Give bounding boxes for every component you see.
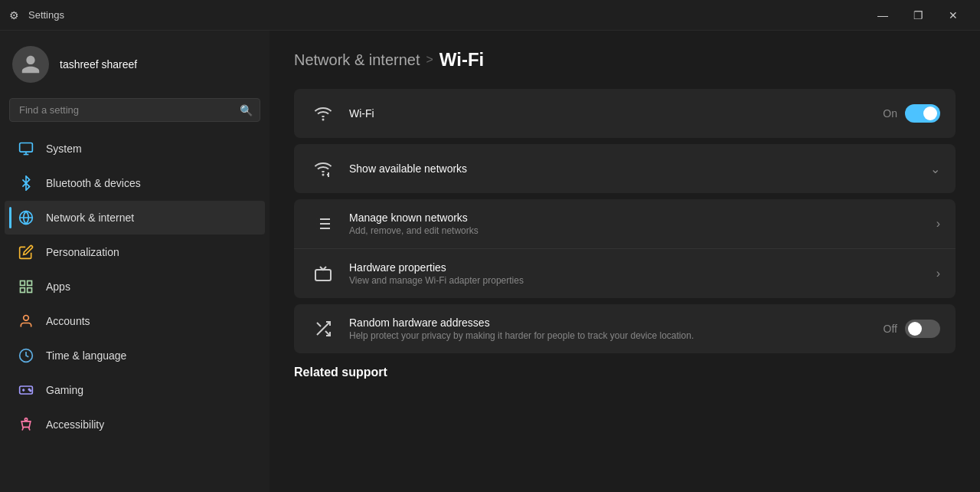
wifi-action: On [883, 104, 940, 123]
sidebar-item-apps[interactable]: Apps [5, 270, 265, 303]
wifi-toggle[interactable] [905, 104, 940, 123]
manage-networks-row[interactable]: Manage known networks Add, remove, and e… [294, 199, 956, 249]
wifi-toggle-knob [923, 107, 937, 120]
hardware-props-desc: View and manage Wi-Fi adapter properties [349, 275, 924, 286]
time-icon [17, 346, 35, 365]
bluetooth-icon [17, 174, 35, 192]
minimize-button[interactable]: — [865, 3, 900, 28]
random-hw-card: Random hardware addresses Help protect y… [294, 304, 956, 353]
manage-networks-text: Manage known networks Add, remove, and e… [349, 212, 924, 236]
wifi-row[interactable]: Wi-Fi On [294, 89, 956, 138]
svg-rect-6 [28, 288, 32, 293]
random-hw-title: Random hardware addresses [349, 317, 871, 329]
main-content: Network & internet > Wi-Fi Wi-Fi On [270, 31, 980, 492]
sidebar: tashreef shareef 🔍 System Bluetooth & de… [0, 31, 270, 492]
manage-networks-desc: Add, remove, and edit networks [349, 225, 924, 236]
hardware-props-title: Hardware properties [349, 261, 924, 274]
svg-point-8 [24, 316, 29, 321]
sidebar-item-personalization[interactable]: Personalization [5, 235, 265, 269]
breadcrumb-parent[interactable]: Network & internet [294, 51, 420, 69]
show-networks-text: Show available networks [349, 162, 918, 175]
sidebar-label-network: Network & internet [46, 212, 134, 224]
personalization-icon [17, 243, 35, 261]
title-bar: ⚙ Settings — ❐ ✕ [0, 0, 980, 31]
manage-networks-action: › [936, 217, 940, 231]
sidebar-label-time: Time & language [46, 349, 126, 362]
sidebar-label-apps: Apps [46, 280, 70, 293]
random-hw-action: Off [884, 320, 940, 338]
random-hw-text: Random hardware addresses Help protect y… [349, 317, 871, 341]
settings-icon: ⚙ [9, 9, 19, 21]
random-hw-desc: Help protect your privacy by making it h… [349, 330, 871, 341]
random-hw-toggle-knob [908, 322, 922, 336]
random-hw-icon [309, 315, 337, 343]
sidebar-item-accessibility[interactable]: Accessibility [5, 408, 265, 441]
hardware-props-icon [309, 260, 337, 287]
apps-icon [17, 277, 35, 296]
related-support-heading: Related support [294, 366, 956, 379]
show-networks-action: ⌄ [930, 162, 940, 176]
manage-networks-icon [309, 210, 337, 238]
sidebar-label-accounts: Accounts [46, 315, 90, 327]
svg-rect-22 [315, 270, 331, 280]
gaming-icon [17, 381, 35, 399]
sidebar-item-system[interactable]: System [5, 132, 265, 166]
sidebar-label-personalization: Personalization [46, 246, 119, 258]
avatar [12, 46, 49, 83]
wifi-title: Wi-Fi [349, 107, 871, 120]
accessibility-icon [17, 415, 35, 434]
accounts-icon [17, 312, 35, 330]
sidebar-label-system: System [46, 143, 82, 155]
svg-rect-7 [21, 288, 25, 293]
wifi-card: Wi-Fi On [294, 89, 956, 138]
svg-line-25 [317, 323, 321, 326]
hardware-props-text: Hardware properties View and manage Wi-F… [349, 261, 924, 286]
chevron-right-icon-1: › [936, 217, 940, 231]
search-box: 🔍 [9, 98, 260, 122]
sidebar-item-network[interactable]: Network & internet [5, 201, 265, 235]
search-input[interactable] [9, 98, 260, 122]
sidebar-label-accessibility: Accessibility [46, 418, 104, 431]
sidebar-item-time[interactable]: Time & language [5, 339, 265, 372]
sidebar-label-gaming: Gaming [46, 384, 83, 396]
maximize-button[interactable]: ❐ [900, 3, 936, 28]
system-icon [17, 139, 35, 158]
breadcrumb: Network & internet > Wi-Fi [294, 49, 956, 71]
hardware-props-row[interactable]: Hardware properties View and manage Wi-F… [294, 249, 956, 298]
random-hw-toggle-label: Off [884, 323, 897, 335]
window-controls: — ❐ ✕ [865, 3, 971, 28]
svg-rect-4 [21, 281, 25, 286]
svg-point-13 [24, 418, 27, 421]
nav-menu: System Bluetooth & devices Network & int… [0, 131, 270, 442]
avatar-icon [20, 54, 41, 75]
random-hw-row[interactable]: Random hardware addresses Help protect y… [294, 304, 956, 353]
chevron-down-icon: ⌄ [930, 162, 940, 176]
hardware-props-action: › [936, 267, 940, 280]
profile-section: tashreef shareef [0, 31, 270, 95]
sidebar-item-bluetooth[interactable]: Bluetooth & devices [5, 166, 265, 200]
wifi-text: Wi-Fi [349, 107, 871, 120]
app-body: tashreef shareef 🔍 System Bluetooth & de… [0, 31, 980, 492]
network-icon [17, 208, 35, 227]
show-networks-card: Show available networks ⌄ [294, 144, 956, 193]
random-hw-toggle[interactable] [905, 320, 940, 338]
show-networks-icon [309, 155, 337, 182]
svg-point-12 [30, 390, 31, 392]
profile-name: tashreef shareef [60, 58, 137, 71]
wifi-toggle-label: On [883, 107, 897, 120]
wifi-icon [309, 100, 337, 127]
show-networks-title: Show available networks [349, 162, 918, 175]
network-options-card: Manage known networks Add, remove, and e… [294, 199, 956, 298]
close-button[interactable]: ✕ [936, 3, 971, 28]
breadcrumb-current: Wi-Fi [439, 49, 484, 71]
svg-rect-0 [20, 143, 33, 153]
svg-rect-5 [28, 281, 32, 286]
sidebar-label-bluetooth: Bluetooth & devices [46, 177, 141, 189]
breadcrumb-separator: > [426, 53, 433, 67]
manage-networks-title: Manage known networks [349, 212, 924, 224]
chevron-right-icon-2: › [936, 267, 940, 280]
show-networks-row[interactable]: Show available networks ⌄ [294, 144, 956, 193]
sidebar-item-accounts[interactable]: Accounts [5, 304, 265, 338]
sidebar-item-gaming[interactable]: Gaming [5, 373, 265, 407]
title-bar-title: Settings [28, 9, 856, 21]
